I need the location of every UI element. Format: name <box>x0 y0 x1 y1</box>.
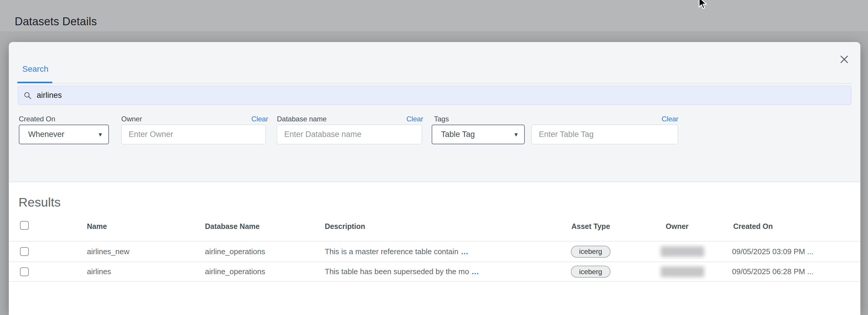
column-header-database-name: Database Name <box>205 222 259 231</box>
column-header-asset-type: Asset Type <box>571 222 610 231</box>
results-table-header: Name Database Name Description Asset Typ… <box>9 214 860 241</box>
tag-type-dropdown-value: Table Tag <box>441 130 475 139</box>
table-tag-input[interactable] <box>531 124 678 144</box>
tabs-divider <box>17 83 852 84</box>
tab-search[interactable]: Search <box>22 64 49 74</box>
owner-label: Owner <box>121 115 142 123</box>
search-icon <box>24 91 32 99</box>
owner-clear-link[interactable]: Clear <box>251 115 268 123</box>
table-row[interactable]: airlines_new airline_operations This is … <box>9 241 860 261</box>
description-cell: This table has been superseded by the mo… <box>325 262 479 281</box>
mouse-cursor-icon <box>699 0 709 10</box>
owner-cell <box>661 241 704 261</box>
column-header-created-on: Created On <box>733 222 773 231</box>
tag-type-dropdown[interactable]: Table Tag ▾ <box>432 124 525 144</box>
created-on-label: Created On <box>19 115 55 123</box>
close-icon[interactable] <box>839 54 849 64</box>
description-text: This table has been superseded by the mo <box>325 267 469 276</box>
row-select-checkbox[interactable] <box>20 267 29 276</box>
search-dialog: Search Created On Owner Clear Database n… <box>9 42 860 315</box>
asset-type-badge: iceberg <box>571 266 611 278</box>
database-cell: airline_operations <box>205 241 265 261</box>
database-name-label: Database name <box>277 115 327 123</box>
owner-redacted-value <box>661 266 704 277</box>
row-select-checkbox[interactable] <box>20 247 29 256</box>
search-input[interactable] <box>32 86 851 105</box>
owner-redacted-value <box>661 246 704 257</box>
page-title: Datasets Details <box>15 15 97 28</box>
created-on-dropdown[interactable]: Whenever ▾ <box>19 124 109 144</box>
select-all-checkbox[interactable] <box>20 221 29 230</box>
chevron-down-icon: ▾ <box>515 131 518 138</box>
name-cell: airlines_new <box>87 241 129 261</box>
owner-input[interactable] <box>121 124 266 144</box>
description-text: This is a master reference table contain <box>325 247 458 256</box>
asset-type-cell: iceberg <box>571 262 611 281</box>
asset-type-cell: iceberg <box>571 241 611 261</box>
table-row[interactable]: airlines airline_operations This table h… <box>9 261 860 281</box>
row-checkbox-cell <box>20 262 29 281</box>
created-on-cell: 09/05/2025 06:28 PM ... <box>732 262 814 281</box>
row-divider <box>9 281 860 282</box>
top-bar: Datasets Details <box>0 0 868 32</box>
database-cell: airline_operations <box>205 262 265 281</box>
tags-clear-link[interactable]: Clear <box>661 115 678 123</box>
column-header-owner: Owner <box>666 222 689 231</box>
created-on-cell: 09/05/2025 03:09 PM ... <box>732 241 814 261</box>
chevron-down-icon: ▾ <box>99 131 102 138</box>
database-clear-link[interactable]: Clear <box>406 115 423 123</box>
created-on-dropdown-value: Whenever <box>28 130 64 139</box>
results-title: Results <box>19 195 61 209</box>
column-header-description: Description <box>325 222 365 231</box>
column-header-name: Name <box>87 222 107 231</box>
results-section: Results Name Database Name Description A… <box>9 182 860 315</box>
search-field-container <box>18 86 851 105</box>
description-expand-link[interactable]: ... <box>472 267 479 276</box>
name-cell: airlines <box>87 262 111 281</box>
description-expand-link[interactable]: ... <box>461 247 468 256</box>
asset-type-badge: iceberg <box>571 246 611 258</box>
row-checkbox-cell <box>20 241 29 261</box>
database-name-input[interactable] <box>277 124 422 144</box>
owner-cell <box>661 262 704 281</box>
tags-label: Tags <box>434 115 449 123</box>
description-cell: This is a master reference table contain… <box>325 241 468 261</box>
